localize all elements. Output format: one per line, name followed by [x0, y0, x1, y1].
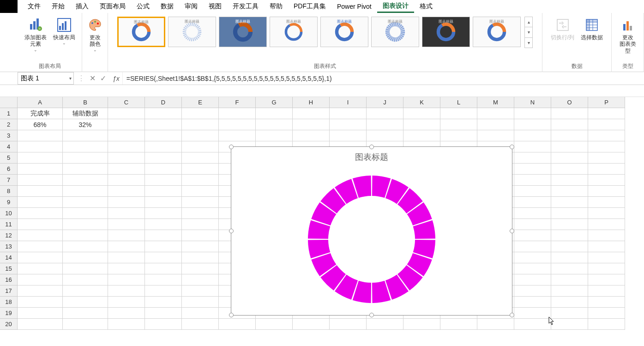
resize-handle-tr[interactable] [510, 145, 514, 149]
cell-O5[interactable] [551, 152, 588, 164]
cell-F1[interactable] [219, 108, 256, 119]
cell-C15[interactable] [108, 263, 145, 274]
cell-F20[interactable] [219, 319, 256, 330]
cell-P15[interactable] [588, 263, 625, 274]
cell-H3[interactable] [293, 130, 330, 141]
cell-N7[interactable] [514, 175, 551, 186]
row-header-10[interactable]: 10 [0, 208, 18, 219]
cell-B6[interactable] [63, 164, 108, 175]
row-header-12[interactable]: 12 [0, 230, 18, 241]
cell-N20[interactable] [514, 319, 551, 330]
cell-B9[interactable] [63, 197, 108, 208]
cell-E6[interactable] [182, 164, 219, 175]
cell-P17[interactable] [588, 285, 625, 297]
cell-C6[interactable] [108, 164, 145, 175]
cell-C7[interactable] [108, 175, 145, 186]
chart-style-2[interactable]: 图表标题 [168, 17, 216, 47]
cell-D20[interactable] [145, 319, 182, 330]
cell-A9[interactable] [18, 197, 63, 208]
cell-P4[interactable] [588, 141, 625, 152]
cell-N4[interactable] [514, 141, 551, 152]
tab-format[interactable]: 格式 [414, 1, 438, 12]
cell-O1[interactable] [551, 108, 588, 119]
cell-I3[interactable] [330, 130, 367, 141]
cell-B19[interactable] [63, 308, 108, 319]
cell-N3[interactable] [514, 130, 551, 141]
cell-O20[interactable] [551, 319, 588, 330]
cell-D17[interactable] [145, 285, 182, 297]
name-box-dropdown-icon[interactable]: ▾ [69, 76, 72, 81]
select-all-corner[interactable] [0, 97, 18, 108]
cell-N1[interactable] [514, 108, 551, 119]
chart-object[interactable]: 图表标题 [231, 146, 512, 316]
cell-E10[interactable] [182, 208, 219, 219]
cell-F2[interactable] [219, 119, 256, 130]
cell-C11[interactable] [108, 219, 145, 230]
cell-O3[interactable] [551, 130, 588, 141]
cell-O14[interactable] [551, 252, 588, 263]
column-header-P[interactable]: P [588, 97, 625, 108]
cancel-formula-button[interactable]: ✕ [90, 74, 96, 83]
cell-K1[interactable] [403, 108, 440, 119]
cell-I20[interactable] [330, 319, 367, 330]
cell-B8[interactable] [63, 186, 108, 197]
cell-B18[interactable] [63, 297, 108, 308]
cell-H2[interactable] [293, 119, 330, 130]
row-header-2[interactable]: 2 [0, 119, 18, 130]
resize-handle-tm[interactable] [369, 145, 374, 149]
column-header-O[interactable]: O [551, 97, 588, 108]
cell-J1[interactable] [367, 108, 403, 119]
change-color-button[interactable]: 更改 颜色 ⌄ [85, 15, 105, 54]
column-header-K[interactable]: K [403, 97, 440, 108]
cell-A5[interactable] [18, 152, 63, 164]
tab-review[interactable]: 审阅 [179, 1, 203, 12]
column-header-J[interactable]: J [367, 97, 403, 108]
column-header-L[interactable]: L [440, 97, 477, 108]
confirm-formula-button[interactable]: ✓ [100, 74, 106, 83]
column-header-A[interactable]: A [18, 97, 63, 108]
gallery-scroll-down[interactable]: ▾ [525, 27, 532, 37]
tab-pagelayout[interactable]: 页面布局 [94, 1, 131, 12]
resize-handle-bm[interactable] [369, 313, 374, 317]
cell-O10[interactable] [551, 208, 588, 219]
cell-O16[interactable] [551, 274, 588, 285]
tab-data[interactable]: 数据 [155, 1, 179, 12]
cell-O13[interactable] [551, 241, 588, 252]
cell-D12[interactable] [145, 230, 182, 241]
cell-B17[interactable] [63, 285, 108, 297]
cell-E7[interactable] [182, 175, 219, 186]
cell-A17[interactable] [18, 285, 63, 297]
row-header-8[interactable]: 8 [0, 186, 18, 197]
cell-D14[interactable] [145, 252, 182, 263]
cell-C4[interactable] [108, 141, 145, 152]
cell-H1[interactable] [293, 108, 330, 119]
cell-O11[interactable] [551, 219, 588, 230]
cell-B11[interactable] [63, 219, 108, 230]
cell-G3[interactable] [256, 130, 293, 141]
chart-title[interactable]: 图表标题 [231, 147, 512, 163]
row-header-20[interactable]: 20 [0, 319, 18, 330]
cell-P11[interactable] [588, 219, 625, 230]
change-chart-type-button[interactable]: 更改 图表类型 [614, 15, 641, 55]
cell-N13[interactable] [514, 241, 551, 252]
cell-G2[interactable] [256, 119, 293, 130]
cell-J2[interactable] [367, 119, 403, 130]
cell-B1[interactable]: 辅助数据 [63, 108, 108, 119]
cell-B15[interactable] [63, 263, 108, 274]
cell-A12[interactable] [18, 230, 63, 241]
cell-O6[interactable] [551, 164, 588, 175]
cell-C13[interactable] [108, 241, 145, 252]
chart-style-4[interactable]: 图表标题 [270, 17, 318, 47]
cell-A13[interactable] [18, 241, 63, 252]
row-header-14[interactable]: 14 [0, 252, 18, 263]
cell-C10[interactable] [108, 208, 145, 219]
cell-N14[interactable] [514, 252, 551, 263]
cell-A6[interactable] [18, 164, 63, 175]
cell-O17[interactable] [551, 285, 588, 297]
chart-style-1[interactable]: 图表标题 [117, 17, 165, 47]
cell-D13[interactable] [145, 241, 182, 252]
cell-B14[interactable] [63, 252, 108, 263]
column-header-G[interactable]: G [256, 97, 293, 108]
cell-I2[interactable] [330, 119, 367, 130]
tab-insert[interactable]: 插入 [70, 1, 94, 12]
